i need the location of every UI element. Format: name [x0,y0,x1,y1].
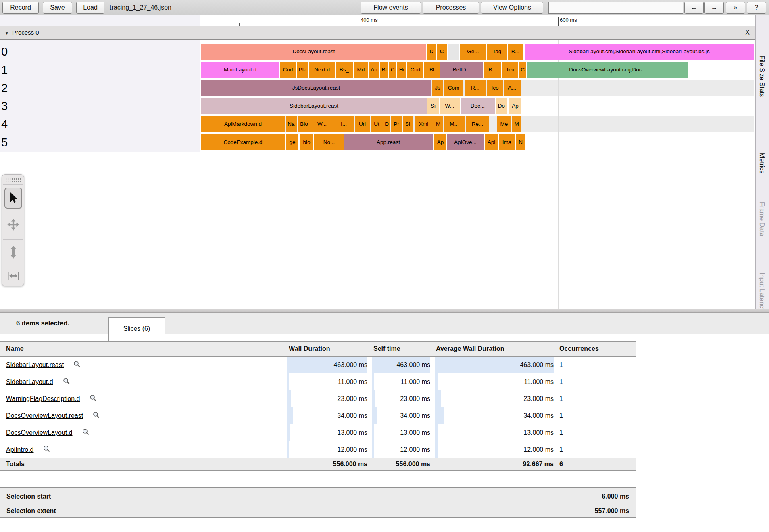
timeline-slice[interactable]: Xml [415,116,433,132]
timeline-slice[interactable]: B... [508,44,523,60]
slice-name-link[interactable]: WarningFlagDescription.d [6,395,80,402]
timeline-slice[interactable]: R... [465,80,486,96]
timeline-slice[interactable]: I... [333,116,354,132]
pan-tool-button[interactable] [2,213,25,238]
timeline-slice[interactable]: N [516,134,525,150]
drag-handle-icon[interactable] [5,177,21,183]
timeline-slice[interactable]: Hi [397,62,406,78]
sidebar-tab-frame-data[interactable]: Frame Data [758,202,765,236]
column-header-occurrences[interactable]: Occurrences [554,342,636,357]
timeline-slice[interactable]: Tag [487,44,507,60]
timeline-slice[interactable]: JsDocsLayout.reast [201,80,431,96]
timeline-slice[interactable]: Doc... [461,98,495,114]
slice-name-link[interactable]: SidebarLayout.reast [6,361,64,368]
timeline-slice[interactable]: DocsOverviewLayout.cmj,Doc... [527,62,688,78]
magnifier-icon[interactable] [63,378,70,385]
timeline-slice[interactable]: Re... [466,116,489,132]
timeline-slice[interactable]: C [437,44,447,60]
sidebar-tab-input-latency[interactable]: Input Latency [758,273,765,309]
timeline-slice[interactable]: CodeExample.d [201,134,285,150]
timeline-slice[interactable]: Ge... [460,44,486,60]
timeline-slice[interactable]: Com [444,80,463,96]
panel-resize-divider[interactable] [0,309,769,313]
timeline-slice[interactable]: Si [427,98,439,114]
timeline-slice[interactable]: BeltD... [440,62,483,78]
slices-tab[interactable]: Slices (6) [108,317,165,341]
timeline-slice[interactable]: M... [444,116,465,132]
timeline-slice[interactable]: An [369,62,379,78]
timeline-slice[interactable]: MainLayout.d [201,62,279,78]
timeline-slice[interactable]: ApiOve... [447,134,484,150]
timeline-slice[interactable]: Ut [371,116,383,132]
zoom-tool-button[interactable] [2,240,25,266]
collapse-triangle-icon[interactable]: ▼ [5,27,9,40]
timeline-slice[interactable]: Bl [380,62,388,78]
view-options-button[interactable]: View Options [481,2,543,14]
timeline-slice[interactable]: Blo [298,116,311,132]
sidebar-tab-file-size-stats[interactable]: File Size Stats [758,56,765,97]
flow-events-button[interactable]: Flow events [361,2,421,14]
save-button[interactable]: Save [43,2,72,14]
column-header-average-wall-duration[interactable]: Average Wall Duration [430,342,554,357]
slice-name-link[interactable]: SidebarLayout.d [6,378,53,385]
timeline-slice[interactable]: Api [485,134,498,150]
column-header-wall-duration[interactable]: Wall Duration [287,342,367,357]
timeline-slice[interactable]: App.reast [344,134,433,150]
column-header-self-time[interactable]: Self time [367,342,430,357]
timeline-slice[interactable]: blo [300,134,313,150]
load-button[interactable]: Load [76,2,104,14]
timeline-slice[interactable]: C [519,62,526,78]
timeline-slice[interactable]: M [512,116,521,132]
close-process-button[interactable]: X [745,26,750,39]
timeline-slice[interactable]: Me [497,116,511,132]
timeline-slice[interactable]: Do [496,98,507,114]
timeline-slice[interactable]: D [383,116,390,132]
timeline-slice[interactable]: DocsLayout.reast [201,44,426,60]
timeline-slice[interactable] [448,44,459,60]
timeline-slice[interactable]: ge [286,134,298,150]
timeline-slice[interactable]: Tex [502,62,518,78]
timeline-slice[interactable]: Js [432,80,443,96]
timeline-slice[interactable]: Na [286,116,297,132]
magnifier-icon[interactable] [43,445,50,453]
timeline-slice[interactable]: C [389,62,396,78]
timeline-slice[interactable]: B... [484,62,501,78]
slice-name-link[interactable]: DocsOverviewLayout.d [6,429,73,436]
timeline-slice[interactable]: Cod [407,62,423,78]
timeline-slice[interactable]: Ap [509,98,521,114]
timeline-slice[interactable]: Url [355,116,370,132]
selection-tool-button[interactable] [2,185,25,211]
timing-tool-button[interactable] [2,267,25,286]
processes-button[interactable]: Processes [423,2,479,14]
timeline-slice[interactable]: Ap [434,134,446,150]
timeline-slice[interactable]: Bl [424,62,440,78]
expand-button[interactable]: » [726,2,745,14]
magnifier-icon[interactable] [82,428,90,436]
timeline-slice[interactable]: Bs_ [336,62,353,78]
timeline-slice[interactable]: Md [354,62,368,78]
process-header[interactable]: ▼Process 0 X [0,26,769,40]
timeline-slice[interactable]: W... [440,98,460,114]
timeline-slice[interactable]: Next.d [309,62,335,78]
slice-name-link[interactable]: DocsOverviewLayout.reast [6,412,83,419]
timeline-slice[interactable]: D [427,44,436,60]
slice-name-link[interactable]: ApiIntro.d [6,446,33,453]
magnifier-icon[interactable] [93,411,100,419]
timeline-slice[interactable]: A... [504,80,521,96]
timeline-slice[interactable]: M [433,116,443,132]
column-header-name[interactable]: Name [0,342,287,357]
find-next-button[interactable]: → [704,2,724,14]
record-button[interactable]: Record [2,2,39,14]
timeline-slice[interactable]: No... [314,134,344,150]
time-ruler[interactable]: 400 ms600 ms [0,15,754,26]
timeline-slice[interactable]: Si [403,116,413,132]
timeline-slice[interactable]: SidebarLayout.reast [201,98,427,114]
magnifier-icon[interactable] [90,394,97,402]
help-button[interactable]: ? [747,2,766,14]
timeline-slice[interactable]: Cod [280,62,296,78]
find-previous-button[interactable]: ← [684,2,704,14]
timeline-slice[interactable]: Ima [499,134,515,150]
timeline-slice[interactable]: W... [311,116,333,132]
timeline-slice[interactable]: Ico [487,80,503,96]
timeline-slice[interactable]: SidebarLayout.cmj,SidebarLayout.cmi,Side… [525,44,754,60]
